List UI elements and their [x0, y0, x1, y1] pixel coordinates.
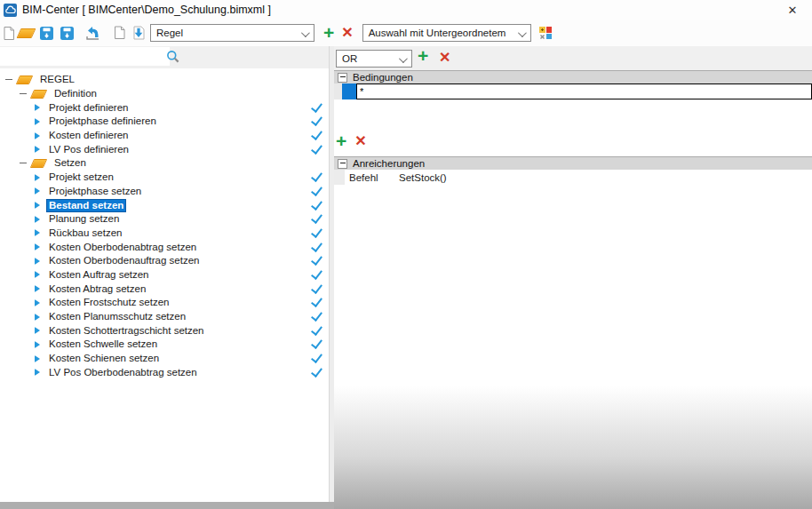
- import-document-button[interactable]: [131, 23, 145, 43]
- tree-item-rueckbau-setzen[interactable]: Rückbau setzen: [0, 227, 329, 241]
- chevron-down-icon: [399, 54, 408, 63]
- new-file-button[interactable]: [2, 23, 16, 43]
- save-as-button[interactable]: [60, 23, 75, 43]
- tree-item-label: Projekt setzen: [46, 171, 116, 183]
- selection-mode-select[interactable]: Auswahl mit Untergeordnetem: [362, 24, 531, 42]
- tree-item-kosten-schwelle-setzen[interactable]: Kosten Schwelle setzen: [0, 338, 329, 352]
- tree-item-projektphase-definieren[interactable]: Projektphase definieren: [0, 115, 329, 129]
- condition-row[interactable]: [334, 84, 812, 99]
- tree-item-kosten-schienen-setzen[interactable]: Kosten Schienen setzen: [0, 352, 329, 366]
- tree-item-kosten-definieren[interactable]: Kosten definieren: [0, 129, 329, 143]
- tree-item-label: Kosten Schwelle setzen: [46, 338, 160, 350]
- check-icon: [311, 351, 322, 363]
- folder-icon: [16, 76, 33, 84]
- delete-condition-button[interactable]: ✕: [439, 50, 450, 66]
- tree-item-setzen[interactable]: Setzen: [0, 156, 329, 171]
- new-document-button[interactable]: [113, 23, 126, 43]
- selection-mode-value: Auswahl mit Untergeordnetem: [369, 28, 506, 38]
- app-logo-icon: [4, 4, 17, 17]
- tree-item-label: Kosten Oberbodenabtrag setzen: [46, 242, 199, 253]
- triangle-icon: [35, 132, 40, 139]
- tree-item-kosten-oberbodenabtrag-setzen[interactable]: Kosten Oberbodenabtrag setzen: [0, 240, 329, 254]
- delete-rule-button[interactable]: ✕: [341, 23, 353, 43]
- check-icon: [311, 295, 322, 307]
- check-icon: [311, 240, 322, 252]
- collapse-icon[interactable]: [5, 79, 12, 80]
- revert-button[interactable]: [85, 23, 102, 43]
- conditions-group-title: Bedingungen: [353, 72, 413, 83]
- chevron-down-icon: [301, 28, 310, 37]
- triangle-icon: [35, 229, 40, 236]
- bottom-edge: [0, 502, 334, 509]
- triangle-icon: [35, 174, 40, 181]
- triangle-icon: [35, 341, 40, 348]
- tree-item-label: Planung setzen: [46, 213, 122, 225]
- triangle-icon: [35, 369, 40, 376]
- tree-item-projektphase-setzen[interactable]: Projektphase setzen: [0, 185, 329, 199]
- operator-select[interactable]: OR: [336, 50, 412, 68]
- collapse-group-icon[interactable]: [338, 73, 347, 83]
- chevron-down-icon: [518, 28, 527, 37]
- tree-item-lv-pos-oberbodenabtrag-setzen[interactable]: LV Pos Oberbodenabtrag setzen: [0, 365, 329, 379]
- tree-item-kosten-planumsschutz-setzen[interactable]: Kosten Planumsschutz setzen: [0, 310, 329, 324]
- tree-item-label: Kosten Planumsschutz setzen: [46, 311, 188, 322]
- add-enrichment-button[interactable]: +: [336, 133, 346, 149]
- check-icon: [311, 338, 322, 350]
- enrichments-group-title: Anreicherungen: [353, 158, 425, 169]
- enrichment-buttons: + ✕: [336, 133, 367, 149]
- conditions-group-header: Bedingungen: [334, 70, 812, 84]
- tree-item-label: Kosten Abtrag setzen: [46, 283, 148, 295]
- row-selector[interactable]: [342, 84, 356, 99]
- close-button[interactable]: ✕: [773, 0, 812, 20]
- rule-type-select[interactable]: Regel: [150, 24, 314, 42]
- search-strip: [0, 46, 329, 68]
- check-icon: [311, 282, 322, 294]
- tree-item-label: Definition: [52, 88, 100, 99]
- triangle-icon: [35, 285, 40, 292]
- tree-item-definition[interactable]: Definition: [0, 87, 329, 101]
- condition-value-input[interactable]: [356, 84, 812, 99]
- rule-tree: REGEL Definition Projekt definieren Proj…: [0, 73, 329, 379]
- enrichment-value: SetStock(): [399, 172, 447, 183]
- tree-item-projekt-setzen[interactable]: Projekt setzen: [0, 171, 329, 185]
- tree-item-kosten-oberbodenauftrag-setzen[interactable]: Kosten Oberbodenauftrag setzen: [0, 254, 329, 268]
- row-gutter: [334, 84, 342, 99]
- check-icon: [311, 267, 322, 280]
- tree-item-regel[interactable]: REGEL: [0, 73, 329, 87]
- tree-item-kosten-schottertragschicht-setzen[interactable]: Kosten Schottertragschicht setzen: [0, 323, 329, 338]
- tree-item-label: Kosten Auftrag setzen: [46, 269, 152, 281]
- tree-item-label: Projektphase definieren: [46, 115, 159, 127]
- collapse-icon[interactable]: [20, 93, 27, 94]
- triangle-icon: [35, 258, 40, 265]
- open-file-button[interactable]: [19, 23, 34, 43]
- folder-icon: [30, 159, 47, 168]
- add-condition-button[interactable]: +: [418, 48, 428, 64]
- save-button[interactable]: [39, 23, 54, 43]
- search-input[interactable]: [0, 47, 170, 66]
- document-icon: [113, 26, 126, 40]
- tree-item-label: Kosten Schottertragschicht setzen: [46, 325, 207, 337]
- collapse-icon[interactable]: [20, 163, 27, 163]
- check-icon: [311, 142, 322, 155]
- tree-item-projekt-definieren[interactable]: Projekt definieren: [0, 100, 329, 115]
- triangle-icon: [35, 118, 40, 125]
- tree-item-kosten-frostschutz-setzen[interactable]: Kosten Frostschutz setzen: [0, 296, 329, 310]
- search-button[interactable]: [166, 50, 180, 68]
- tree-item-kosten-abtrag-setzen[interactable]: Kosten Abtrag setzen: [0, 282, 329, 296]
- add-rule-button[interactable]: +: [323, 23, 334, 43]
- tree-item-planung-setzen[interactable]: Planung setzen: [0, 212, 329, 227]
- tree-item-kosten-auftrag-setzen[interactable]: Kosten Auftrag setzen: [0, 268, 329, 282]
- tree-item-bestand-setzen[interactable]: Bestand setzen: [0, 198, 329, 212]
- triangle-icon: [35, 327, 40, 334]
- triangle-icon: [35, 146, 40, 153]
- enrichment-row[interactable]: Befehl SetStock(): [334, 170, 812, 185]
- tree-item-label: Setzen: [52, 157, 89, 169]
- window-title: BIM-Center [ BIMCenter\Demo_Schulung.bim…: [22, 4, 271, 16]
- triangle-icon: [35, 355, 40, 362]
- search-icon: [166, 50, 180, 64]
- tree-item-lv-pos-definieren[interactable]: LV Pos definieren: [0, 142, 329, 156]
- delete-enrichment-button[interactable]: ✕: [354, 133, 366, 149]
- layout-grid-button[interactable]: [538, 23, 553, 43]
- triangle-icon: [35, 271, 40, 278]
- collapse-group-icon[interactable]: [338, 159, 347, 169]
